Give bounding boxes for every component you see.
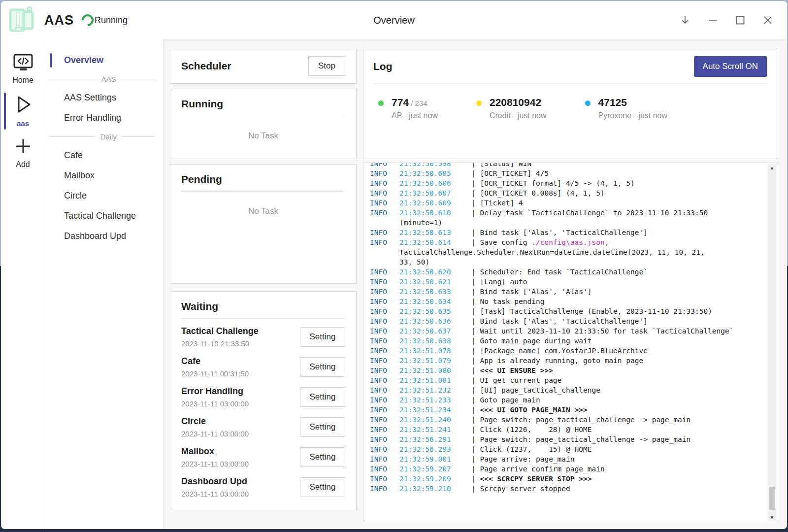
log-level: INFO	[370, 366, 399, 375]
stat-value: 220810942	[490, 97, 547, 108]
log-timestamp: 21:32:50.614	[399, 237, 471, 247]
log-timestamp: 21:32:50.607	[399, 188, 471, 198]
scroll-down-icon[interactable]: ▼	[768, 513, 776, 521]
log-timestamp: 21:32:50.606	[399, 178, 471, 188]
rail-item-label: Add	[16, 160, 30, 169]
log-level: INFO	[370, 405, 399, 415]
sidebar-item-dashboard-upd[interactable]: Dashboard Upd	[45, 226, 163, 246]
log-timestamp: 21:32:50.610	[399, 208, 471, 218]
log-level: INFO	[370, 208, 399, 218]
log-separator: |	[471, 445, 480, 453]
log-scrollbar[interactable]: ▲ ▼	[768, 164, 776, 521]
log-timestamp: 21:32:51.240	[399, 415, 471, 425]
log-separator: |	[471, 366, 480, 374]
log-separator: |	[471, 475, 480, 483]
sidebar-item-aas-settings[interactable]: AAS Settings	[45, 88, 163, 108]
sidebar-item-cafe[interactable]: Cafe	[45, 145, 163, 166]
scroll-up-icon[interactable]: ▲	[768, 164, 776, 171]
log-message: [Package_name] com.YostarJP.BlueArchive	[480, 347, 647, 355]
log-line: INFO21:32:51.241| Click (1226, 28) @ HOM…	[370, 425, 762, 434]
log-message: Page arrive: page_main	[480, 455, 574, 463]
download-update-icon[interactable]	[675, 10, 695, 30]
play-icon	[12, 94, 34, 117]
divider-line	[122, 136, 155, 137]
scrollbar-track[interactable]	[768, 171, 776, 513]
log-message: Delay task `TacticalChallenge` to 2023-1…	[480, 209, 708, 217]
log-message: <<< UI ENSURE >>>	[480, 366, 553, 374]
log-line: INFO21:32:50.605| [OCR_TICKET] 4/5	[370, 168, 762, 178]
log-level: INFO	[370, 385, 399, 395]
stat-label: AP - just now	[392, 111, 438, 120]
log-title: Log	[373, 61, 392, 72]
setting-button[interactable]: Setting	[300, 477, 345, 497]
log-line: INFO21:32:56.293| Click (1237, 15) @ HOM…	[370, 444, 762, 454]
waiting-task-name: Mailbox	[181, 446, 249, 457]
maximize-icon[interactable]	[730, 10, 751, 30]
waiting-task-row: Dashboard Upd2023-11-11 03:00:00Setting	[181, 472, 345, 502]
sidebar-item-mailbox[interactable]: Mailbox	[45, 166, 163, 186]
log-separator: |	[471, 435, 480, 443]
setting-button[interactable]: Setting	[300, 357, 345, 377]
auto-scroll-button[interactable]: Auto Scroll ON	[694, 56, 767, 77]
log-timestamp: 21:32:51.080	[399, 366, 471, 375]
sidebar-item-circle[interactable]: Circle	[45, 186, 163, 206]
sidebar-item-overview[interactable]: Overview	[45, 50, 163, 70]
log-message: Save config ./config\aas.json,	[480, 238, 609, 246]
setting-button[interactable]: Setting	[300, 387, 345, 407]
waiting-title: Waiting	[181, 300, 218, 312]
waiting-task-name: Dashboard Upd	[181, 476, 249, 487]
log-timestamp: 21:32:50.621	[399, 277, 471, 287]
log-line: INFO21:32:59.207| Page arrive confirm pa…	[370, 464, 762, 474]
log-line: INFO21:32:50.620| Scheduler: End task `T…	[370, 267, 762, 277]
app-window: AAS Running Overview	[1, 1, 787, 529]
log-level: INFO	[370, 415, 399, 425]
setting-button[interactable]: Setting	[300, 327, 345, 347]
log-line: INFO21:32:50.621| [Lang] auto	[370, 277, 762, 287]
scrollbar-thumb[interactable]	[769, 487, 775, 510]
log-level: INFO	[370, 444, 399, 454]
log-line: INFO21:32:50.633| Bind task ['Alas', 'Al…	[370, 287, 762, 297]
log-timestamp: 21:32:59.210	[399, 484, 471, 494]
log-timestamp: 21:32:51.078	[399, 346, 471, 356]
setting-button[interactable]: Setting	[300, 417, 345, 437]
log-timestamp: 21:32:56.293	[399, 444, 471, 454]
log-message: Bind task ['Alas', 'TacticalChallenge']	[480, 229, 647, 236]
waiting-task-info: Dashboard Upd2023-11-11 03:00:00	[181, 476, 249, 498]
log-line: INFO21:32:51.234| <<< UI GOTO PAGE_MAIN …	[370, 405, 762, 415]
log-line: INFO21:32:59.209| <<< SCRCPY SERVER STOP…	[370, 474, 762, 484]
sidebar-item-tactical-challenge[interactable]: Tactical Challenge	[45, 206, 163, 226]
stat-body: 47125Pyroxene - just now	[598, 97, 668, 120]
log-level: INFO	[370, 163, 399, 168]
rail-item-label: aas	[17, 119, 29, 128]
log-message: [OCR_TICKET format] 4/5 -> (4, 1, 5)	[480, 179, 634, 187]
sidebar-item-error-handling[interactable]: Error Handling	[45, 108, 163, 128]
log-message: Click (1226, 28) @ HOME	[480, 426, 591, 433]
rail-item-add[interactable]: Add	[1, 133, 45, 174]
running-empty-text: No Task	[181, 116, 345, 141]
rail-item-home[interactable]: Home	[1, 49, 45, 90]
log-message: Goto page_main	[480, 396, 540, 404]
stat-body: 220810942Credit - just now	[490, 97, 547, 120]
waiting-task-name: Tactical Challenge	[181, 326, 259, 336]
log-line: INFO21:32:50.636| Bind task ['Alas', 'Ta…	[370, 316, 762, 326]
log-line: INFO21:32:51.079| App is already running…	[370, 356, 762, 366]
nav-group-label: AAS	[97, 75, 121, 83]
waiting-task-row: Error Handling2023-11-11 03:00:00Setting	[181, 382, 345, 412]
log-separator: |	[471, 317, 480, 325]
close-icon[interactable]	[757, 10, 778, 30]
log-path-highlight: ./config\aas.json,	[531, 238, 609, 246]
log-timestamp: 21:32:59.207	[399, 464, 471, 474]
minimize-icon[interactable]	[702, 10, 723, 30]
log-level: INFO	[370, 464, 399, 474]
log-level: INFO	[370, 434, 399, 444]
log-timestamp: 21:32:56.291	[399, 434, 471, 444]
log-message: [OCR_TICKET] 4/5	[480, 169, 549, 177]
rail-item-aas[interactable]: aas	[1, 90, 45, 133]
stop-button[interactable]: Stop	[308, 56, 345, 76]
nav-group-label: Daily	[96, 133, 122, 141]
divider-line	[121, 79, 155, 79]
setting-button[interactable]: Setting	[300, 447, 345, 467]
nav-group-divider: Daily	[45, 128, 163, 145]
log-line: INFO21:32:50.606| [OCR_TICKET format] 4/…	[370, 178, 762, 188]
log-separator: |	[471, 327, 480, 335]
